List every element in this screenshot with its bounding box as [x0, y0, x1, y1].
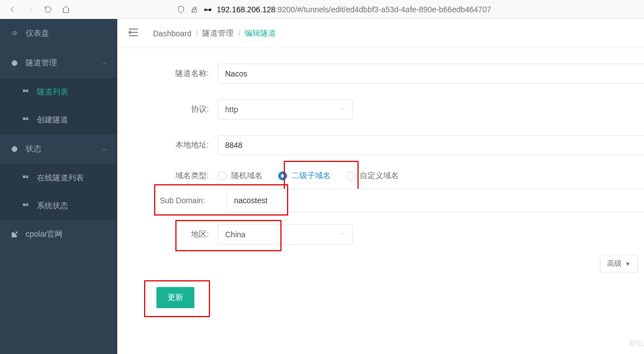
proto-value: http	[225, 105, 238, 114]
svg-rect-9	[26, 119, 28, 119]
sidebar-item-dashboard[interactable]: 仪表盘	[0, 19, 117, 48]
svg-rect-17	[26, 205, 28, 205]
svg-point-2	[14, 34, 15, 35]
svg-rect-12	[23, 176, 25, 178]
update-button[interactable]: 更新	[156, 287, 194, 308]
list-icon	[21, 202, 30, 211]
svg-rect-4	[23, 90, 25, 92]
form-area: 隧道名称: 协议: http ﹀ 本地地址: 域名类型:	[117, 48, 644, 332]
sidebar-item-tunnel-list[interactable]: 隧道列表	[0, 78, 117, 106]
label-name: 隧道名称:	[145, 69, 218, 79]
label-domain-type: 域名类型:	[145, 171, 218, 181]
browser-chrome: ⊶ 192.168.206.128:9200/#/tunnels/edit/ed…	[0, 0, 644, 19]
row-region: 地区: China ﹀	[145, 224, 644, 245]
svg-rect-16	[26, 204, 28, 204]
row-sub-domain: Sub Domain:	[145, 189, 644, 212]
label-region: 地区:	[145, 229, 218, 240]
circle-plus-icon	[10, 59, 19, 68]
radio-icon	[346, 171, 355, 180]
sidebar-group-tunnel-mgmt[interactable]: 隧道管理 ︿	[0, 48, 117, 78]
radio-random-domain[interactable]: 随机域名	[218, 171, 263, 181]
watermark: @51CTO博客	[628, 338, 644, 348]
row-proto: 协议: http ﹀	[145, 99, 644, 119]
url-text: 192.168.206.128:9200/#/tunnels/edit/ed4d…	[217, 5, 491, 14]
local-addr-field[interactable]	[225, 141, 644, 150]
chevron-down-icon: ﹀	[340, 106, 346, 113]
sidebar-item-label: 系统状态	[37, 201, 68, 211]
advanced-button[interactable]: 高级 ▼	[600, 255, 638, 272]
sub-domain-input[interactable]	[227, 189, 644, 212]
main-panel: Dashboard / 隧道管理 / 编辑隧道 隧道名称: 协议: http ﹀	[117, 19, 644, 354]
crumb-edit-tunnel: 编辑隧道	[245, 28, 276, 39]
radio-icon	[218, 171, 227, 180]
external-link-icon	[10, 230, 19, 239]
menu-toggle-icon[interactable]	[128, 28, 139, 38]
row-domain-type: 域名类型: 随机域名 二级子域名 自定义域名	[145, 171, 644, 181]
tunnel-name-field[interactable]	[225, 69, 644, 78]
radio-label: 自定义域名	[360, 171, 399, 181]
sidebar-item-label: 在线隧道列表	[37, 173, 84, 183]
radio-secondary-domain[interactable]: 二级子域名	[278, 171, 331, 181]
region-value: China	[225, 230, 246, 239]
reload-button[interactable]	[40, 2, 56, 17]
sidebar-item-system-status[interactable]: 系统状态	[0, 192, 117, 220]
crumb-dashboard[interactable]: Dashboard	[153, 29, 192, 38]
sidebar-item-label: 隧道管理	[26, 58, 57, 68]
tunnel-name-input[interactable]	[218, 64, 644, 84]
svg-point-11	[13, 148, 16, 150]
sidebar-item-label: cpolar官网	[26, 229, 63, 240]
forward-button[interactable]	[22, 2, 38, 17]
back-button[interactable]	[4, 2, 20, 17]
svg-rect-15	[23, 204, 25, 206]
sidebar-group-status[interactable]: 状态 ︿	[0, 134, 117, 164]
list-icon	[21, 174, 30, 183]
sidebar-item-label: 创建隧道	[37, 115, 68, 125]
domain-type-radio-group: 随机域名 二级子域名 自定义域名	[218, 171, 399, 181]
app-shell: 仪表盘 隧道管理 ︿ 隧道列表 创建隧道 状态 ︿	[0, 19, 644, 354]
lock-strike-icon	[190, 5, 199, 14]
sub-domain-field[interactable]	[234, 196, 644, 205]
row-local-addr: 本地地址:	[145, 135, 644, 155]
chevron-up-icon: ︿	[102, 145, 107, 153]
svg-rect-8	[26, 118, 28, 118]
list-icon	[21, 116, 30, 125]
sidebar-item-label: 状态	[26, 144, 41, 154]
svg-rect-14	[26, 177, 28, 178]
shield-icon	[176, 5, 185, 14]
region-select[interactable]: China ﹀	[218, 224, 353, 245]
chevron-down-icon: ﹀	[340, 231, 346, 238]
svg-rect-13	[26, 176, 28, 176]
radio-label: 随机域名	[231, 171, 263, 181]
key-icon: ⊶	[203, 5, 212, 14]
caret-down-icon: ▼	[625, 261, 631, 267]
label-proto: 协议:	[145, 104, 218, 114]
label-local-addr: 本地地址:	[145, 140, 218, 150]
proto-select[interactable]: http ﹀	[218, 99, 353, 119]
svg-rect-6	[26, 91, 28, 92]
radio-icon	[278, 171, 287, 180]
sidebar-item-online-tunnels[interactable]: 在线隧道列表	[0, 164, 117, 192]
sidebar-item-label: 仪表盘	[26, 28, 49, 39]
gauge-icon	[10, 29, 19, 38]
object-icon	[10, 145, 19, 154]
sidebar: 仪表盘 隧道管理 ︿ 隧道列表 创建隧道 状态 ︿	[0, 19, 117, 354]
home-button[interactable]	[58, 2, 74, 17]
label-sub-domain: Sub Domain:	[145, 196, 227, 205]
sidebar-item-create-tunnel[interactable]: 创建隧道	[0, 106, 117, 134]
chevron-up-icon: ︿	[102, 59, 107, 67]
advanced-label: 高级	[607, 259, 622, 269]
list-icon	[21, 88, 30, 97]
url-bar[interactable]: ⊶ 192.168.206.128:9200/#/tunnels/edit/ed…	[176, 2, 640, 17]
breadcrumb: Dashboard / 隧道管理 / 编辑隧道	[117, 19, 644, 48]
crumb-tunnel-mgmt[interactable]: 隧道管理	[202, 28, 233, 39]
radio-custom-domain[interactable]: 自定义域名	[346, 171, 399, 181]
row-name: 隧道名称:	[145, 64, 644, 84]
local-addr-input[interactable]	[218, 135, 644, 155]
radio-label: 二级子域名	[292, 171, 331, 181]
sidebar-item-label: 隧道列表	[37, 87, 68, 97]
svg-rect-5	[26, 90, 28, 90]
sidebar-item-cpolar-site[interactable]: cpolar官网	[0, 220, 117, 249]
svg-rect-7	[23, 118, 25, 120]
